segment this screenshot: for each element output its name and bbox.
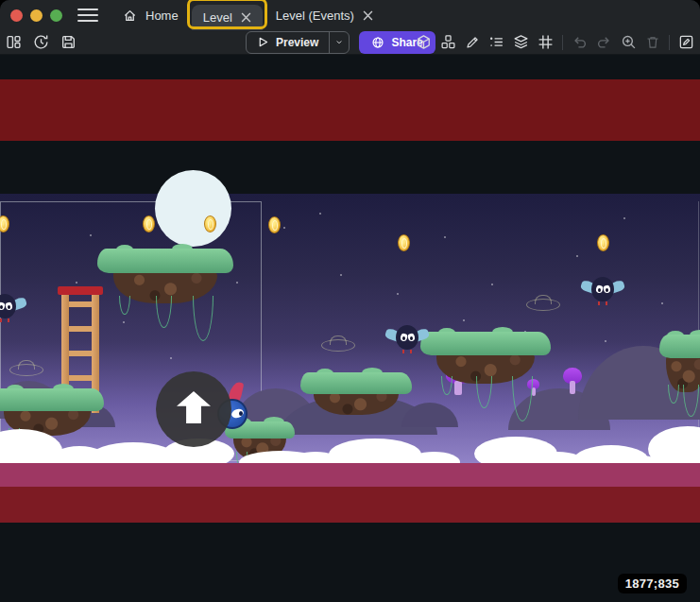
star (605, 340, 606, 342)
moon[interactable] (155, 170, 231, 247)
grid-button[interactable] (538, 34, 554, 50)
mushroom[interactable] (563, 368, 582, 394)
bat-enemy[interactable] (385, 321, 429, 355)
island-grass (300, 372, 412, 394)
bat-face (0, 318, 2, 322)
save-icon (60, 34, 77, 50)
maximize-window-button[interactable] (50, 9, 62, 22)
bat-enemy[interactable] (0, 290, 26, 324)
floating-island[interactable] (659, 335, 700, 439)
instances-list-icon (488, 34, 504, 50)
panels-button[interactable] (6, 34, 22, 50)
minimize-window-button[interactable] (30, 9, 43, 22)
star (463, 319, 465, 321)
bat-face (402, 336, 405, 340)
bat-face (410, 336, 413, 340)
ladder-top-cap (58, 286, 103, 295)
redo-button[interactable] (596, 34, 612, 50)
tab-level-events[interactable]: Level (Events) (263, 0, 386, 30)
hanging-vine (193, 296, 213, 341)
editor-toolbar: Preview Share (0, 30, 700, 55)
edit-events-icon (678, 34, 694, 50)
coin[interactable] (597, 234, 609, 251)
menu-hamburger-icon[interactable] (77, 9, 98, 22)
island-grass (0, 388, 104, 411)
coin[interactable] (143, 215, 155, 232)
delete-button[interactable] (645, 35, 660, 50)
preview-options-button[interactable] (329, 32, 349, 53)
chevron-down-icon (335, 37, 343, 47)
toolbar-divider (562, 35, 563, 50)
window-controls (10, 9, 62, 22)
play-icon (257, 36, 269, 48)
tab-level-wrap: Level (192, 0, 263, 30)
bat-face (606, 301, 607, 305)
coin[interactable] (398, 234, 410, 251)
star (444, 236, 446, 238)
island-grass (659, 335, 700, 358)
globe-icon (371, 36, 384, 49)
star (576, 255, 578, 257)
undo-button[interactable] (572, 34, 588, 50)
star (397, 293, 399, 295)
3d-box-icon (416, 34, 432, 50)
tab-label: Level (203, 10, 232, 25)
bat-enemy[interactable] (581, 273, 624, 307)
preview-split-button: Preview (246, 31, 350, 54)
top-platform-band[interactable] (0, 79, 700, 141)
ground-band-red[interactable] (0, 487, 700, 523)
player-pupil (239, 411, 243, 416)
star (340, 274, 342, 276)
edit-events-button[interactable] (678, 34, 694, 50)
tab-home[interactable]: Home (110, 0, 192, 30)
ufo-outline[interactable] (9, 364, 43, 376)
zoom-button[interactable] (621, 34, 637, 50)
hanging-vine (119, 296, 130, 315)
redo-icon (596, 34, 612, 50)
objects-panel-button[interactable] (440, 34, 456, 50)
preview-label: Preview (276, 36, 318, 49)
zoom-in-icon (621, 34, 637, 50)
hanging-vine (156, 296, 172, 328)
add-object-button[interactable] (416, 34, 432, 50)
scene-canvas[interactable]: 1877;835 (0, 55, 700, 602)
star (661, 302, 663, 304)
floating-island[interactable] (420, 332, 551, 431)
bat-face (8, 305, 10, 309)
toolbar-left-group (6, 30, 77, 54)
island-grass (97, 249, 233, 273)
pencil-icon (465, 35, 480, 50)
jump-button[interactable] (156, 371, 231, 447)
close-window-button[interactable] (10, 9, 23, 22)
mushroom-stem (570, 381, 575, 394)
ufo-outline[interactable] (526, 299, 560, 311)
hanging-vine (441, 376, 452, 395)
star (623, 217, 625, 219)
tab-bar: Home Level Level (Events) (110, 0, 386, 30)
toolbar-divider (669, 35, 670, 50)
hanging-vine (512, 376, 533, 421)
island-grass (420, 332, 551, 355)
tab-label: Level (Events) (276, 9, 354, 23)
hanging-vine (683, 385, 699, 417)
edit-object-button[interactable] (465, 35, 480, 50)
ground-band-pink[interactable] (0, 463, 700, 487)
instances-list-button[interactable] (488, 34, 504, 50)
ufo-outline[interactable] (321, 339, 355, 352)
save-button[interactable] (60, 34, 77, 50)
floating-island[interactable] (97, 249, 233, 351)
layers-button[interactable] (513, 34, 529, 50)
bat-face (606, 288, 608, 292)
star (319, 213, 321, 215)
coin[interactable] (204, 215, 216, 232)
tab-level[interactable]: Level (192, 5, 263, 30)
history-button[interactable] (33, 34, 49, 50)
close-tab-icon[interactable] (363, 10, 373, 21)
home-icon (123, 9, 137, 23)
coin[interactable] (268, 216, 281, 233)
close-tab-icon[interactable] (241, 12, 251, 23)
grid-icon (538, 34, 554, 50)
hanging-vine (668, 385, 679, 404)
bat-face (402, 350, 404, 353)
preview-button[interactable]: Preview (247, 32, 329, 53)
